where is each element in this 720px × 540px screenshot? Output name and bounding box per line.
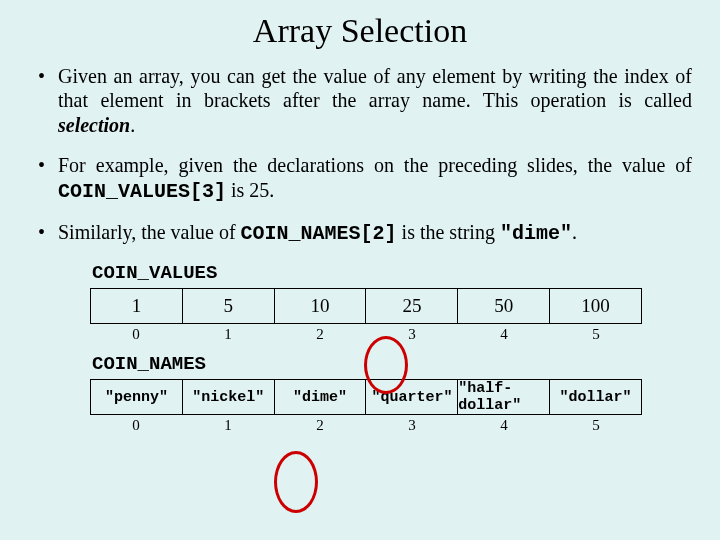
bullet-3-str: "dime" bbox=[500, 222, 572, 245]
selection-term: selection bbox=[58, 114, 130, 136]
coin-values-cell: 10 bbox=[274, 288, 366, 324]
index-cell: 5 bbox=[550, 417, 642, 434]
bullet-2-pre: For example, given the declarations on t… bbox=[58, 154, 692, 176]
coin-names-cell: "dime" bbox=[274, 379, 366, 415]
index-cell: 1 bbox=[182, 417, 274, 434]
coin-values-cell: 25 bbox=[365, 288, 457, 324]
bullet-3: Similarly, the value of COIN_NAMES[2] is… bbox=[58, 220, 692, 246]
bullet-2-code: COIN_VALUES[3] bbox=[58, 180, 226, 203]
index-cell: 4 bbox=[458, 326, 550, 343]
coin-names-row: "penny" "nickel" "dime" "quarter" "half-… bbox=[90, 379, 642, 415]
coin-names-indices: 0 1 2 3 4 5 bbox=[90, 417, 642, 434]
coin-names-cell: "penny" bbox=[90, 379, 182, 415]
bullet-1: Given an array, you can get the value of… bbox=[58, 64, 692, 137]
bullet-3-pre: Similarly, the value of bbox=[58, 221, 241, 243]
coin-values-cell: 100 bbox=[549, 288, 642, 324]
coin-values-row: 1 5 10 25 50 100 bbox=[90, 288, 642, 324]
bullet-2: For example, given the declarations on t… bbox=[58, 153, 692, 204]
bullet-3-code: COIN_NAMES[2] bbox=[241, 222, 397, 245]
coin-names-cell: "half-dollar" bbox=[457, 379, 549, 415]
bullet-3-post: . bbox=[572, 221, 577, 243]
coin-names-cell: "nickel" bbox=[182, 379, 274, 415]
index-cell: 1 bbox=[182, 326, 274, 343]
coin-values-cell: 1 bbox=[90, 288, 182, 324]
index-cell: 0 bbox=[90, 326, 182, 343]
coin-names-cell: "quarter" bbox=[365, 379, 457, 415]
page-title: Array Selection bbox=[28, 12, 692, 50]
index-cell: 2 bbox=[274, 417, 366, 434]
index-cell: 2 bbox=[274, 326, 366, 343]
index-cell: 3 bbox=[366, 417, 458, 434]
arrays-block: COIN_VALUES 1 5 10 25 50 100 0 1 2 3 4 5… bbox=[90, 262, 692, 434]
bullet-list: Given an array, you can get the value of… bbox=[28, 64, 692, 246]
slide: Array Selection Given an array, you can … bbox=[0, 0, 720, 540]
index-cell: 4 bbox=[458, 417, 550, 434]
bullet-1-post: . bbox=[130, 114, 135, 136]
bullet-3-mid: is the string bbox=[397, 221, 500, 243]
coin-names-label: COIN_NAMES bbox=[92, 353, 692, 375]
index-cell: 0 bbox=[90, 417, 182, 434]
index-cell: 3 bbox=[366, 326, 458, 343]
bullet-1-pre: Given an array, you can get the value of… bbox=[58, 65, 692, 111]
highlight-circle-icon bbox=[274, 451, 318, 513]
coin-values-cell: 5 bbox=[182, 288, 274, 324]
index-cell: 5 bbox=[550, 326, 642, 343]
bullet-2-post: is 25. bbox=[226, 179, 274, 201]
coin-names-cell: "dollar" bbox=[549, 379, 642, 415]
coin-values-label: COIN_VALUES bbox=[92, 262, 692, 284]
coin-values-cell: 50 bbox=[457, 288, 549, 324]
coin-values-indices: 0 1 2 3 4 5 bbox=[90, 326, 642, 343]
